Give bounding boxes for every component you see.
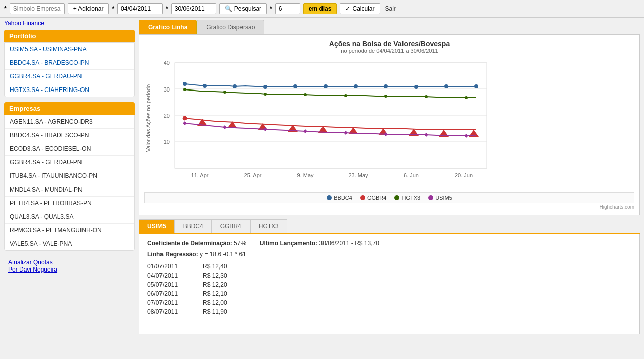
svg-text:6. Jun: 6. Jun xyxy=(404,172,419,178)
asterisk-end: * xyxy=(166,5,168,12)
data-tab-ggbr4[interactable]: GGBR4 xyxy=(212,219,250,233)
legend-ggbr4-label: GGBR4 xyxy=(367,195,387,201)
data-tab-usim5[interactable]: USIM5 xyxy=(139,219,175,233)
chart-svg: 40 30 20 10 Valor das Ações no período 1… xyxy=(144,58,497,189)
number-input[interactable] xyxy=(275,3,300,14)
svg-text:30: 30 xyxy=(164,86,170,93)
empresa-item[interactable]: RPMG3.SA - PETMANGUINH-ON xyxy=(5,224,134,237)
empresas-header: Empresas xyxy=(4,102,135,115)
chart-legend: BBDC4 GGBR4 HGTX3 USIM5 xyxy=(144,192,634,203)
coef-value: 57% xyxy=(234,240,246,247)
legend-hgtx3: HGTX3 xyxy=(394,195,420,201)
svg-point-20 xyxy=(263,85,267,89)
svg-point-28 xyxy=(183,88,186,91)
chart-subtitle: no período de 04/04/2011 a 30/06/2011 xyxy=(144,48,634,54)
calc-button[interactable]: ✓ Calcular xyxy=(340,3,380,14)
empresa-item[interactable]: BBDC4.SA - BRADESCO-PN xyxy=(5,129,134,142)
portfolio-item[interactable]: BBDC4.SA - BRADESCO-PN xyxy=(5,56,134,70)
row-date: 01/07/2011 xyxy=(147,263,193,270)
empresa-item[interactable]: QUAL3.SA - QUAL3.SA xyxy=(5,210,134,224)
highcharts-credit: Highcharts.com xyxy=(144,204,634,210)
coef-item: Coeficiente de Determinação: 57% Ultimo … xyxy=(147,240,379,247)
row-value: R$ 12,30 xyxy=(203,272,243,279)
linha-label: Linha Regressão: xyxy=(147,251,198,258)
empresa-item[interactable]: ITUB4.SA - ITAUUNIBANCO-PN xyxy=(5,169,134,183)
portfolio-item[interactable]: GGBR4.SA - GERDAU-PN xyxy=(5,70,134,83)
end-date-input[interactable] xyxy=(171,3,216,14)
table-row: 07/07/2011 R$ 12,00 xyxy=(147,298,631,307)
data-info-row1: Coeficiente de Determinação: 57% Ultimo … xyxy=(147,240,631,247)
tab-grafico-linha[interactable]: Grafico Linha xyxy=(139,20,197,34)
top-bar: * + Adicionar * * 🔍 Pesquisar * em dias … xyxy=(0,0,644,18)
svg-point-31 xyxy=(304,93,307,96)
svg-text:11. Apr: 11. Apr xyxy=(191,172,209,178)
data-tab-bar: USIM5 BBDC4 GGBR4 HGTX3 xyxy=(139,219,640,234)
ultimo-label: Ultimo Lançamento: xyxy=(260,240,317,247)
data-panel: Coeficiente de Determinação: 57% Ultimo … xyxy=(139,234,640,334)
svg-point-17 xyxy=(183,82,187,86)
portfolio-item[interactable]: USIM5.SA - USIMINAS-PNA xyxy=(5,43,134,56)
svg-text:9. May: 9. May xyxy=(297,172,314,178)
empresa-item[interactable]: GGBR4.SA - GERDAU-PN xyxy=(5,156,134,169)
legend-usim5-label: USIM5 xyxy=(435,195,452,201)
portfolio-item[interactable]: HGTX3.SA - CIAHERING-ON xyxy=(5,83,134,97)
svg-text:10: 10 xyxy=(164,139,170,145)
table-row: 08/07/2011 R$ 11,90 xyxy=(147,307,631,316)
svg-point-19 xyxy=(233,84,237,88)
svg-point-26 xyxy=(444,84,448,88)
sidebar: Yahoo Finance Portfólio USIM5.SA - USIMI… xyxy=(4,20,135,334)
svg-point-24 xyxy=(384,84,388,88)
footer: Atualizar Quotas Por Davi Nogueira xyxy=(4,256,135,276)
legend-usim5: USIM5 xyxy=(428,195,452,201)
portfolio-header: Portfólio xyxy=(4,30,135,42)
empresa-item[interactable]: AGEN11.SA - AGRENCO-DR3 xyxy=(5,115,134,129)
add-button[interactable]: + Adicionar xyxy=(68,3,109,14)
coef-label: Coeficiente de Determinação: xyxy=(147,240,232,247)
data-tab-hgtx3[interactable]: HGTX3 xyxy=(250,219,287,233)
svg-point-23 xyxy=(354,84,358,88)
tab-grafico-dispersao[interactable]: Grafico Dispersão xyxy=(197,20,264,34)
data-tab-bbdc4[interactable]: BBDC4 xyxy=(175,219,212,233)
main-content: Grafico Linha Grafico Dispersão Ações na… xyxy=(139,20,640,334)
calc-label: Calcular xyxy=(352,5,374,12)
empresa-item[interactable]: ECOD3.SA - ECODIESEL-ON xyxy=(5,142,134,156)
davi-link[interactable]: Por Davi Nogueira xyxy=(8,266,131,273)
svg-point-27 xyxy=(474,84,478,88)
row-value: R$ 12,10 xyxy=(203,290,243,297)
empresas-section: AGEN11.SA - AGRENCO-DR3 BBDC4.SA - BRADE… xyxy=(4,115,135,251)
svg-text:20: 20 xyxy=(164,113,170,119)
symbol-input[interactable] xyxy=(10,3,65,14)
search-label: Pesquisar xyxy=(234,5,261,12)
row-value: R$ 12,00 xyxy=(203,299,243,306)
table-row: 05/07/2011 R$ 12,20 xyxy=(147,280,631,289)
empresa-item[interactable]: MNDL4.SA - MUNDIAL-PN xyxy=(5,183,134,197)
svg-text:25. Apr: 25. Apr xyxy=(244,172,262,178)
chart-container: Ações na Bolsa de Valores/Bovespa no per… xyxy=(139,34,640,215)
svg-text:Valor das Ações no período: Valor das Ações no período xyxy=(145,84,151,152)
yahoo-finance-link[interactable]: Yahoo Finance xyxy=(4,20,135,27)
legend-ggbr4: GGBR4 xyxy=(360,195,387,201)
row-date: 07/07/2011 xyxy=(147,299,193,306)
empresa-item[interactable]: VALE5.SA - VALE-PNA xyxy=(5,237,134,250)
ultimo-value: 30/06/2011 - R$ 13,70 xyxy=(319,240,379,247)
svg-point-30 xyxy=(264,93,267,96)
days-button[interactable]: em dias xyxy=(303,3,337,14)
svg-point-32 xyxy=(344,94,347,97)
svg-point-21 xyxy=(293,84,297,88)
search-button[interactable]: 🔍 Pesquisar xyxy=(219,3,267,14)
svg-text:23. May: 23. May xyxy=(348,172,368,178)
linha-value: y = 18.6 -0.1 * 61 xyxy=(200,251,246,258)
asterisk-start: * xyxy=(112,5,114,12)
row-value: R$ 11,90 xyxy=(203,308,243,315)
row-date: 05/07/2011 xyxy=(147,281,193,288)
atualizar-link[interactable]: Atualizar Quotas xyxy=(8,259,131,266)
asterisk-number: * xyxy=(270,5,272,12)
empresa-item[interactable]: PETR4.SA - PETROBRAS-PN xyxy=(5,197,134,210)
exit-link[interactable]: Sair xyxy=(385,5,396,12)
data-info-row2: Linha Regressão: y = 18.6 -0.1 * 61 xyxy=(147,251,631,258)
start-date-input[interactable] xyxy=(117,3,163,14)
table-row: 06/07/2011 R$ 12,10 xyxy=(147,289,631,298)
svg-point-25 xyxy=(414,85,418,89)
main-layout: Yahoo Finance Portfólio USIM5.SA - USIMI… xyxy=(0,18,644,336)
row-date: 04/07/2011 xyxy=(147,272,193,279)
